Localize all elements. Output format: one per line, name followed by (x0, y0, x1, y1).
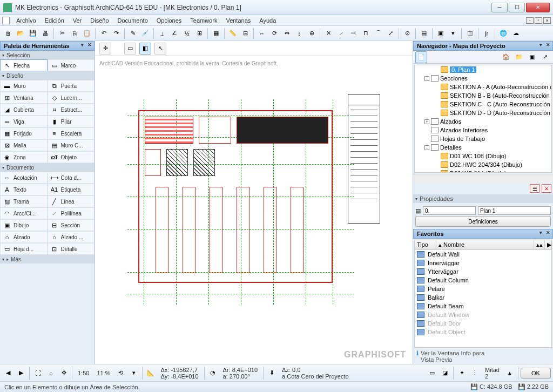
eyedropper-button[interactable]: ✎ (127, 28, 139, 39)
layer-button[interactable]: ▤ (418, 28, 430, 39)
tool-viga[interactable]: ═Viga (0, 116, 48, 127)
tree-item[interactable]: -Secciones (415, 74, 551, 83)
menu-ver[interactable]: Ver (69, 16, 86, 25)
tree-item[interactable]: D02 HWC 204/304 (Dibujo) (415, 160, 551, 169)
menu-archivo[interactable]: Archivo (12, 16, 41, 25)
mdi-restore-button[interactable]: ▫ (535, 17, 542, 24)
tool-seccion[interactable]: ⊟Sección (48, 219, 95, 231)
tool-linea[interactable]: ╱Línea (48, 195, 95, 207)
syringe-button[interactable]: 💉 (139, 28, 151, 39)
divide-button[interactable]: ⋮ (469, 367, 481, 379)
open-button[interactable]: 📂 (15, 28, 26, 39)
adjust-button[interactable]: ⊣ (347, 28, 359, 39)
origin-button[interactable]: ✛ (99, 43, 111, 55)
nav-layouts-button[interactable]: ▣ (526, 51, 538, 63)
tool-texto[interactable]: ATexto (0, 184, 48, 195)
tool-detalle[interactable]: ⊡Detalle (48, 243, 95, 255)
favorite-item[interactable]: Balkar (415, 293, 551, 302)
intersect-button[interactable]: ⊓ (360, 28, 372, 39)
expand-icon[interactable]: - (424, 145, 429, 150)
wall-mode-button[interactable]: ▭ (124, 43, 136, 55)
zoom-label[interactable]: 11 % (97, 370, 110, 376)
navigator-tree[interactable]: 0. Plan 1-SeccionesSEKTION A - A (Auto-R… (414, 65, 552, 173)
view-button[interactable]: ◫ (464, 28, 476, 39)
menu-documento[interactable]: Documento (113, 16, 152, 25)
section-diseno[interactable]: Diseño (0, 71, 95, 80)
nav-next-button[interactable]: ▶ (15, 367, 27, 379)
spin-up-button[interactable]: ▴ (504, 367, 516, 379)
nav-views-button[interactable]: 📁 (513, 51, 525, 63)
tool-etiqueta[interactable]: A1Etiqueta (48, 184, 95, 195)
prop-name-input[interactable] (478, 206, 551, 215)
menu-diseno[interactable]: Diseño (86, 16, 113, 25)
rotate-button[interactable]: ⟳ (268, 28, 280, 39)
wall-option-button[interactable]: ◧ (139, 43, 151, 55)
favorite-item[interactable]: Default Wall (415, 250, 551, 259)
favorite-item[interactable]: Default Window (415, 310, 551, 319)
tool-zona[interactable]: ◉Zona (0, 151, 48, 163)
print-button[interactable]: 🖶 (39, 28, 51, 39)
section-mas[interactable]: ▸Más (0, 255, 95, 263)
tree-item[interactable]: D01 WC 108 (Dibujo) (415, 152, 551, 160)
palette-opts-icon[interactable]: ▾ (79, 42, 85, 49)
multiply-button[interactable]: ⊕ (306, 28, 318, 39)
save-button[interactable]: 💾 (27, 28, 39, 39)
properties-header[interactable]: Propiedades (413, 194, 553, 203)
tree-item[interactable]: Alzados Interiores (415, 126, 551, 134)
tool-escalera[interactable]: ≡Escalera (48, 127, 95, 139)
tool-trama[interactable]: ▨Trama (0, 195, 48, 207)
trim-button[interactable]: ✕ (322, 28, 334, 39)
menu-ayuda[interactable]: Ayuda (255, 16, 280, 25)
nav-publisher-button[interactable]: ↗ (539, 51, 551, 63)
favorite-item[interactable]: Innerväggar (415, 259, 551, 267)
new-button[interactable]: 🗎 (2, 28, 14, 39)
tool-pilar[interactable]: ▮Pilar (48, 116, 95, 127)
tool-polilinea[interactable]: ⟋Polilínea (48, 207, 95, 219)
menu-opciones[interactable]: Opciones (152, 16, 186, 25)
tree-item[interactable]: SEKTION D - D (Auto-Reconstrucción del (415, 109, 551, 117)
tool-lucern[interactable]: ◇Lucern... (48, 92, 95, 104)
drawing-canvas[interactable]: ArchiCAD Versión Educacional, prohibida … (95, 56, 413, 364)
help-button[interactable]: 🌐 (497, 28, 509, 39)
tool-forjado[interactable]: ▦Forjado (0, 127, 48, 139)
expand-icon[interactable]: - (424, 76, 429, 81)
tool-puerta[interactable]: ⧉Puerta (48, 80, 95, 92)
nav-delete-button[interactable]: ✕ (542, 184, 551, 193)
tree-item[interactable]: Hojas de Trabajo (415, 134, 551, 143)
section-seleccion[interactable]: Selección (0, 51, 95, 59)
tool-dibujo[interactable]: ▣Dibujo (0, 219, 48, 231)
zoom-opts-button[interactable]: ▾ (128, 367, 140, 379)
tool-arco[interactable]: ◠Arco/Ci... (0, 207, 48, 219)
tool-hoja[interactable]: ▭Hoja d... (0, 243, 48, 255)
measure-button[interactable]: |r (481, 28, 493, 39)
nav-settings-button[interactable]: ☰ (530, 184, 539, 193)
cut-button[interactable]: ✂ (56, 28, 68, 39)
expand-icon[interactable]: + (424, 119, 429, 124)
coord-mode-button[interactable]: 📐 (145, 367, 157, 379)
tool-cotad[interactable]: ⟷Cota d... (48, 172, 95, 184)
orient-button[interactable]: ⟲ (115, 367, 127, 379)
display-button[interactable]: ▣ (435, 28, 447, 39)
tool-alzado[interactable]: ⌂Alzado (0, 231, 48, 243)
tool-muro[interactable]: ▬Muro (0, 80, 48, 92)
palette-close-icon[interactable]: ✕ (86, 42, 93, 49)
paste-button[interactable]: 📋 (81, 28, 93, 39)
undo-button[interactable]: ↶ (98, 28, 110, 39)
tree-item[interactable]: -Detalles (415, 143, 551, 152)
3d-button[interactable]: ◪ (439, 367, 451, 379)
align-button[interactable]: ⊟ (239, 28, 251, 39)
favorite-item[interactable]: Default Door (415, 319, 551, 328)
tree-scrollbar[interactable] (413, 174, 553, 183)
nav-map-button[interactable]: 🏠 (500, 51, 512, 63)
resize-button[interactable]: ⤢ (385, 28, 396, 39)
tool-acotacion[interactable]: ↔Acotación (0, 172, 48, 184)
tool-marco[interactable]: ▭Marco (48, 59, 95, 71)
close-button[interactable]: ✕ (526, 3, 550, 12)
tool-estruct[interactable]: ⌗Estruct... (48, 104, 95, 116)
mdi-minimize-button[interactable]: - (526, 17, 534, 24)
snap-button[interactable]: ✦ (456, 367, 468, 379)
favorite-item[interactable]: Ytterväggar (415, 267, 551, 276)
tool-flecha[interactable]: ↖Flecha (0, 59, 48, 71)
grid-snap-button[interactable]: ▦ (210, 28, 222, 39)
scale-label[interactable]: 1:50 (78, 370, 89, 376)
